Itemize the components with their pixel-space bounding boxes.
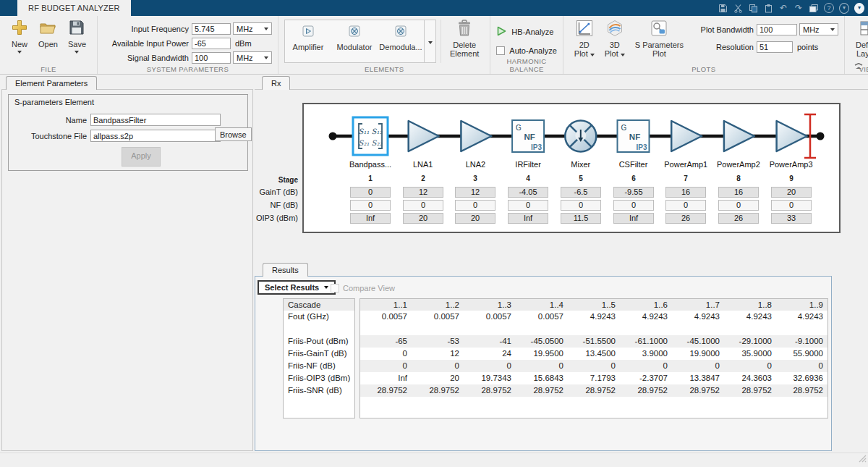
apply-button[interactable]: Apply (122, 147, 161, 167)
results-panel: Select Results Compare View Cascade1..11… (255, 276, 832, 451)
stage-nf-field[interactable]: 0 (613, 200, 654, 211)
results-cell: 28.9752 (568, 384, 620, 397)
hb-analyze-button[interactable]: HB-Analyze (496, 25, 556, 39)
available-input-power-field[interactable] (192, 38, 231, 49)
chevron-down-icon (264, 56, 268, 59)
signal-bandwidth-unit-dropdown[interactable]: MHz (233, 51, 272, 64)
undo-icon[interactable]: ↶ (778, 3, 788, 13)
demodulator-gallery-button[interactable]: Demodula... (378, 20, 424, 62)
copy-icon[interactable] (748, 3, 758, 13)
stage-gain-field[interactable]: 12 (403, 187, 443, 198)
stage-number: 8 (718, 174, 759, 185)
modulator-gallery-button[interactable]: Modulator (331, 20, 378, 62)
chain-element-PowerAmp3[interactable]: PowerAmp3 (770, 121, 813, 169)
save-button[interactable]: Save (63, 19, 91, 65)
compare-view-control[interactable]: Compare View (331, 284, 395, 293)
stage-gain-field[interactable]: 20 (771, 187, 812, 198)
3d-plot-button[interactable]: 3D Plot (600, 20, 630, 66)
stage-oip3-field[interactable]: 26 (665, 213, 706, 224)
stage-gain-field[interactable]: -4.05 (508, 187, 548, 198)
app-ribbon-tab[interactable]: RF BUDGET ANALYZER (17, 0, 131, 16)
chain-element-LNA1[interactable]: LNA1 (409, 121, 439, 169)
input-frequency-unit-dropdown[interactable]: MHz (233, 22, 272, 35)
auto-analyze-checkbox[interactable] (496, 46, 505, 55)
stage-nf-field[interactable]: 0 (403, 200, 443, 211)
chain-element-Bandpass...[interactable]: S₁₁ S₁₂S₂₁ S₂₂Bandpass... (349, 117, 391, 169)
svg-text:IRFilter: IRFilter (515, 160, 541, 169)
dropdown-icon[interactable]: ▾ (839, 3, 849, 13)
resolution-field[interactable] (757, 41, 793, 53)
results-cell: 0 (568, 360, 620, 372)
plot-bandwidth-unit-dropdown[interactable]: MHz (799, 23, 838, 35)
plot-bandwidth-field[interactable] (757, 24, 797, 35)
save-dropdown-caret[interactable] (75, 51, 79, 54)
chain-element-IRFilter[interactable]: GNFIP3IRFilter (512, 120, 544, 169)
results-cell: 0.0057 (412, 311, 464, 323)
2d-plot-button[interactable]: 2D Plot (569, 20, 600, 66)
stage-nf-field[interactable]: 0 (455, 200, 495, 211)
stage-gain-field[interactable]: 16 (665, 187, 706, 198)
stage-nf-field[interactable]: 0 (561, 200, 601, 211)
tab-rx[interactable]: Rx (262, 76, 290, 90)
signal-bandwidth-field[interactable] (192, 52, 231, 64)
compare-view-checkbox[interactable] (331, 284, 339, 293)
new-button[interactable]: New (6, 19, 33, 65)
svg-text:IP3: IP3 (636, 143, 647, 151)
svg-text:Mixer: Mixer (571, 160, 590, 169)
select-results-dropdown[interactable]: Select Results (258, 280, 336, 295)
results-cell: 0.0057 (464, 311, 516, 323)
results-row-label: Friis-GainT (dB) (283, 348, 355, 360)
input-frequency-field[interactable] (192, 23, 231, 35)
chain-element-PowerAmp1[interactable]: PowerAmp1 (664, 121, 707, 169)
amplifier-gallery-button[interactable]: Amplifier (285, 20, 331, 62)
touchstone-file-field[interactable] (90, 130, 221, 142)
chevron-down-icon (264, 28, 268, 30)
s-parameters-plot-button[interactable]: S Parameters Plot (630, 20, 689, 66)
stage-gain-field[interactable]: 0 (350, 187, 391, 198)
stage-nf-field[interactable]: 0 (508, 200, 548, 211)
paste-icon[interactable] (763, 3, 773, 13)
chain-element-Mixer[interactable]: Mixer (565, 121, 596, 169)
tab-element-parameters[interactable]: Element Parameters (6, 76, 97, 90)
stage-number: 9 (771, 174, 812, 185)
tab-results[interactable]: Results (263, 263, 308, 277)
results-cell (516, 323, 568, 335)
resize-grip[interactable] (858, 453, 867, 466)
stage-oip3-field[interactable]: 33 (771, 213, 812, 224)
chain-element-PowerAmp2[interactable]: PowerAmp2 (717, 121, 760, 169)
menu-dropdown-icon[interactable]: ▾ (854, 3, 864, 13)
open-button[interactable]: Open (33, 19, 63, 65)
default-layout-button[interactable]: Default Layout (851, 20, 868, 66)
stage-oip3-field[interactable]: Inf (350, 213, 391, 224)
results-cell: 0.0057 (359, 311, 412, 323)
help-icon[interactable]: ? (824, 3, 834, 13)
stage-oip3-field[interactable]: Inf (613, 213, 654, 224)
element-name-field[interactable] (90, 114, 221, 126)
save-icon[interactable] (718, 3, 728, 13)
redo-icon[interactable]: ↷ (793, 3, 804, 13)
stage-gain-field[interactable]: 16 (718, 187, 759, 198)
stage-oip3-field[interactable]: 20 (403, 213, 443, 224)
collapse-ribbon-button[interactable] (854, 63, 863, 72)
browse-button[interactable]: Browse (215, 127, 252, 141)
gallery-expand-button[interactable] (424, 20, 435, 62)
stage-nf-field[interactable]: 0 (665, 200, 706, 211)
stage-gain-field[interactable]: 12 (455, 187, 495, 198)
stage-oip3-field[interactable]: 20 (455, 213, 495, 224)
stage-nf-field[interactable]: 0 (350, 200, 391, 211)
chain-element-LNA2[interactable]: LNA2 (461, 121, 491, 169)
stage-nf-field[interactable]: 0 (718, 200, 759, 211)
cut-icon[interactable] (733, 3, 743, 13)
stage-oip3-field[interactable]: 11.5 (561, 213, 601, 224)
new-dropdown-caret[interactable] (17, 51, 22, 54)
auto-analyze-checkbox-row[interactable]: Auto-Analyze (496, 43, 556, 58)
delete-element-button[interactable]: Delete Element (445, 18, 484, 64)
stage-gain-field[interactable]: -6.5 (561, 187, 601, 198)
stage-nf-field[interactable]: 0 (771, 200, 812, 211)
stage-oip3-field[interactable]: Inf (508, 213, 548, 224)
stage-oip3-field[interactable]: 26 (718, 213, 759, 224)
window-icon[interactable] (809, 3, 819, 13)
results-cell: 0.0057 (516, 311, 568, 323)
stage-gain-field[interactable]: -9.55 (613, 187, 654, 198)
chain-element-CSFilter[interactable]: GNFIP3CSFilter (618, 120, 650, 169)
